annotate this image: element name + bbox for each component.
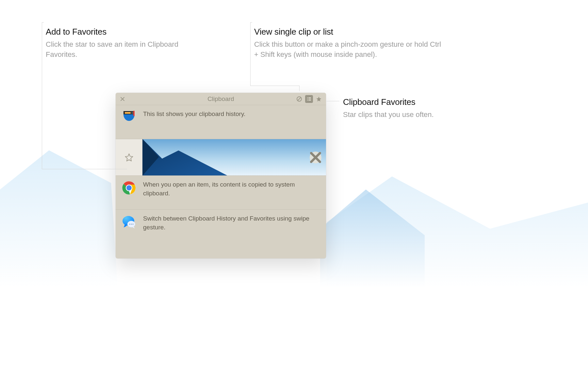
list-item[interactable]: This list shows your clipboard history. [116,105,326,139]
messages-app-icon [122,214,137,229]
list-icon [306,96,312,102]
clipboard-panel: Clipboard [116,93,326,258]
list-item[interactable]: Switch between Clipboard History and Fav… [116,210,326,244]
list-item[interactable]: When you open an item, its content is co… [116,176,326,210]
item-image-thumbnail [142,139,326,175]
item-text: When you open an item, its content is co… [142,176,326,202]
item-text: This list shows your clipboard history. [142,105,326,123]
favorite-star-button[interactable] [124,153,134,162]
callout-description: Click the star to save an item in Clipbo… [46,40,183,60]
svg-point-20 [132,223,133,224]
list-item-selected[interactable] [116,139,326,176]
callout-title: Clipboard Favorites [343,97,434,107]
favorites-button[interactable] [315,95,323,103]
svg-rect-2 [307,97,308,98]
pocket-app-icon [122,110,137,125]
star-outline-icon [124,153,134,162]
panel-actions [295,95,323,103]
svg-rect-9 [125,112,131,114]
callout-clipboard-favorites: Clipboard Favorites Star clips that you … [343,97,434,120]
item-icon-slot [116,210,142,229]
clear-button[interactable] [295,95,303,103]
callout-description: Star clips that you use often. [343,110,434,120]
svg-point-15 [126,185,132,190]
x-icon [310,152,321,163]
svg-rect-10 [131,112,134,114]
svg-rect-11 [133,111,135,116]
callout-description: Click this button or make a pinch-zoom g… [254,40,444,60]
svg-line-1 [298,97,301,100]
chrome-app-icon [122,180,137,195]
item-icon-slot [116,176,142,195]
delete-item-button[interactable] [310,152,321,163]
item-text: Switch between Clipboard History and Fav… [142,210,326,236]
svg-rect-3 [308,97,311,98]
svg-rect-7 [308,100,311,101]
svg-point-19 [131,223,132,224]
item-icon-slot [116,105,142,125]
svg-rect-6 [307,100,308,101]
clipboard-list: This list shows your clipboard history. [116,105,326,244]
close-button[interactable] [120,96,125,102]
favorite-toggle-slot [116,139,142,175]
svg-rect-5 [308,99,311,99]
star-icon [316,96,322,102]
callout-title: View single clip or list [254,27,444,37]
callout-title: Add to Favorites [46,27,183,37]
svg-point-18 [129,223,130,224]
callout-add-to-favorites: Add to Favorites Click the star to save … [46,27,183,60]
no-entry-icon [296,96,302,102]
panel-header: Clipboard [116,93,326,105]
svg-rect-4 [307,99,308,99]
close-icon [121,97,124,101]
panel-title: Clipboard [116,95,326,103]
callout-view-mode: View single clip or list Click this butt… [254,27,444,60]
list-view-button[interactable] [305,95,313,103]
